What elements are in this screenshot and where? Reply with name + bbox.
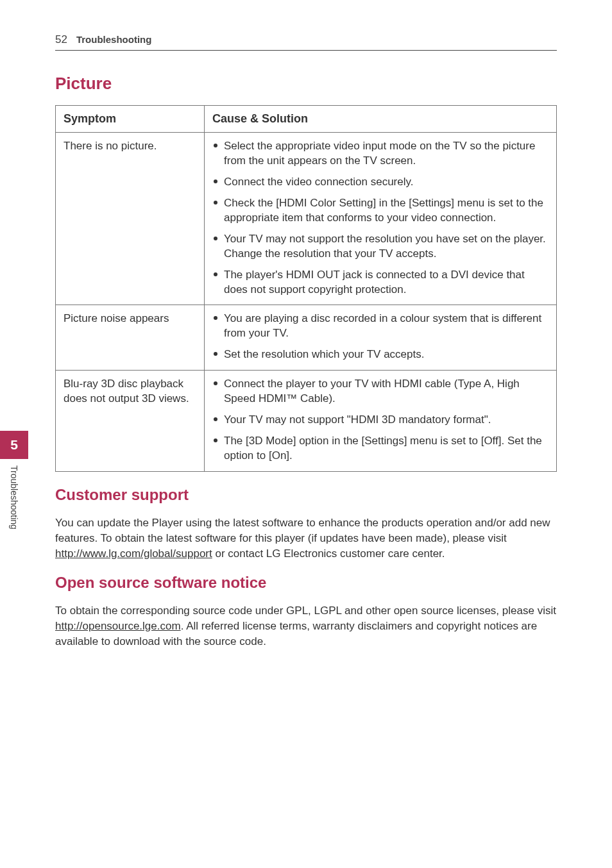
- list-item: Connect the player to your TV with HDMI …: [212, 377, 548, 406]
- troubleshooting-table: Symptom Cause & Solution There is no pic…: [55, 105, 557, 472]
- list-item: Select the appropriate video input mode …: [212, 139, 548, 169]
- para-text: or contact LG Electronics customer care …: [212, 547, 445, 560]
- list-item: Connect the video connection securely.: [212, 175, 548, 190]
- list-item: Your TV may not support the resolution y…: [212, 232, 548, 262]
- symptom-cell: There is no picture.: [56, 133, 205, 305]
- header-rule: [55, 50, 557, 51]
- list-item: Your TV may not support "HDMI 3D mandato…: [212, 413, 548, 428]
- para-text: To obtain the corresponding source code …: [55, 605, 556, 617]
- col-header-symptom: Symptom: [56, 106, 205, 133]
- side-tab: 5 Troubleshooting: [0, 431, 28, 530]
- symptom-cell: Blu-ray 3D disc playback does not output…: [56, 371, 205, 472]
- page-number: 52: [55, 33, 67, 46]
- list-item: The [3D Mode] option in the [Settings] m…: [212, 434, 548, 463]
- solution-cell: Connect the player to your TV with HDMI …: [205, 371, 557, 472]
- solution-list: You are playing a disc recorded in a col…: [212, 312, 548, 362]
- section-heading-open-source: Open source software notice: [55, 574, 557, 592]
- solution-list: Select the appropriate video input mode …: [212, 139, 548, 297]
- solution-list: Connect the player to your TV with HDMI …: [212, 377, 548, 463]
- para-text: You can update the Player using the late…: [55, 517, 550, 544]
- side-tab-number: 5: [0, 431, 28, 459]
- header-title: Troubleshooting: [76, 34, 152, 45]
- section-heading-customer-support: Customer support: [55, 486, 557, 504]
- support-link[interactable]: http://www.lg.com/global/support: [55, 547, 212, 560]
- table-row: Picture noise appears You are playing a …: [56, 305, 557, 371]
- solution-cell: You are playing a disc recorded in a col…: [205, 305, 557, 371]
- customer-support-paragraph: You can update the Player using the late…: [55, 515, 557, 561]
- list-item: Set the resolution which your TV accepts…: [212, 347, 548, 362]
- list-item: You are playing a disc recorded in a col…: [212, 312, 548, 341]
- table-header-row: Symptom Cause & Solution: [56, 106, 557, 133]
- col-header-cause: Cause & Solution: [205, 106, 557, 133]
- list-item: The player's HDMI OUT jack is connected …: [212, 268, 548, 297]
- symptom-cell: Picture noise appears: [56, 305, 205, 371]
- list-item: Check the [HDMI Color Setting] in the [S…: [212, 196, 548, 226]
- open-source-paragraph: To obtain the corresponding source code …: [55, 603, 557, 649]
- page-header: 52 Troubleshooting: [55, 33, 557, 46]
- table-row: There is no picture. Select the appropri…: [56, 133, 557, 305]
- opensource-link[interactable]: http://opensource.lge.com: [55, 620, 181, 632]
- section-heading-picture: Picture: [55, 74, 557, 94]
- solution-cell: Select the appropriate video input mode …: [205, 133, 557, 305]
- table-row: Blu-ray 3D disc playback does not output…: [56, 371, 557, 472]
- document-page: 5 Troubleshooting 52 Troubleshooting Pic…: [0, 0, 612, 868]
- side-tab-label: Troubleshooting: [9, 465, 19, 530]
